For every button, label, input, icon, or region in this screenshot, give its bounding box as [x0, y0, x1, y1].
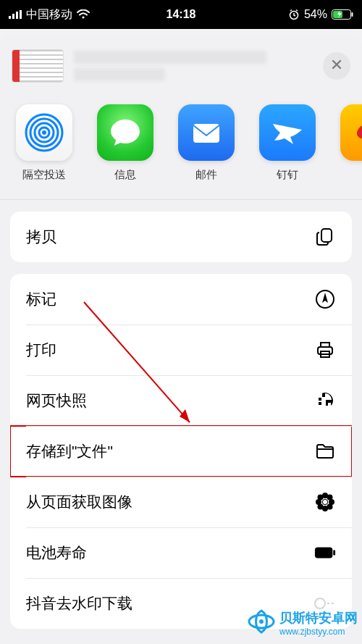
- share-app-extra[interactable]: [340, 104, 362, 182]
- share-app-dingtalk[interactable]: 钉钉: [259, 104, 316, 182]
- action-label: 抖音去水印下载: [26, 593, 132, 614]
- action-label: 网页快照: [26, 390, 87, 411]
- action-label: 从页面获取图像: [26, 492, 132, 512]
- battery-full-icon: [314, 542, 336, 564]
- action-copy[interactable]: 拷贝: [10, 212, 352, 262]
- status-bar: 中国移动 14:18 54%: [0, 0, 362, 29]
- svg-point-35: [259, 619, 264, 624]
- share-app-label: 信息: [114, 168, 136, 182]
- document-title-placeholder: [74, 49, 314, 83]
- battery-pct-label: 54%: [304, 8, 327, 21]
- action-markup[interactable]: 标记: [10, 274, 352, 325]
- markup-icon: [314, 288, 336, 310]
- share-app-label: 钉钉: [277, 168, 298, 182]
- action-card-main: 标记 打印 网页快照 存储到"文件": [10, 274, 352, 629]
- svg-rect-8: [352, 12, 353, 17]
- svg-rect-2: [16, 12, 18, 19]
- action-battery-life[interactable]: 电池寿命: [10, 527, 352, 578]
- mail-icon: [178, 104, 235, 161]
- close-button[interactable]: [323, 52, 350, 80]
- svg-point-26: [318, 504, 324, 510]
- action-get-image[interactable]: 从页面获取图像: [10, 477, 352, 527]
- document-thumbnail[interactable]: [12, 49, 64, 83]
- clock-label: 14:18: [167, 8, 196, 21]
- carrier-label: 中国移动: [26, 7, 72, 22]
- share-sheet-header: [0, 43, 362, 96]
- svg-point-27: [327, 504, 333, 510]
- websnap-icon: [314, 390, 336, 411]
- share-app-row[interactable]: 隔空投送 信息 邮件 钉钉: [0, 96, 362, 200]
- print-icon: [314, 339, 336, 361]
- share-app-label: 隔空投送: [22, 168, 66, 182]
- svg-rect-15: [321, 229, 332, 242]
- flower-icon: [314, 491, 336, 513]
- svg-point-25: [327, 495, 333, 501]
- action-print[interactable]: 打印: [10, 325, 352, 375]
- weibo-icon: [340, 104, 362, 161]
- svg-point-4: [82, 16, 84, 18]
- svg-point-24: [318, 495, 324, 501]
- alarm-icon: [288, 9, 300, 20]
- messages-icon: [97, 104, 153, 161]
- copy-icon: [314, 226, 336, 248]
- action-label: 打印: [26, 340, 56, 360]
- action-card-copy: 拷贝: [10, 212, 352, 262]
- share-app-mail[interactable]: 邮件: [178, 104, 235, 182]
- svg-point-28: [323, 500, 327, 504]
- watermark-url: www.zjbstyy.com: [279, 627, 358, 637]
- action-save-to-files[interactable]: 存储到"文件": [10, 426, 352, 477]
- action-websnap[interactable]: 网页快照: [10, 375, 352, 426]
- battery-icon: [332, 9, 353, 20]
- airdrop-icon: [16, 104, 72, 161]
- svg-rect-0: [9, 16, 11, 19]
- share-app-messages[interactable]: 信息: [97, 104, 153, 182]
- close-icon: [331, 59, 342, 73]
- svg-rect-1: [12, 14, 14, 19]
- svg-point-13: [42, 130, 46, 135]
- share-sheet: 隔空投送 信息 邮件 钉钉 拷贝: [0, 35, 362, 644]
- action-label: 标记: [26, 289, 56, 309]
- svg-rect-29: [315, 548, 332, 559]
- dingtalk-icon: [259, 104, 316, 161]
- svg-rect-3: [20, 10, 22, 19]
- folder-icon: [314, 440, 336, 462]
- share-app-airdrop[interactable]: 隔空投送: [16, 104, 72, 182]
- svg-rect-14: [193, 124, 219, 143]
- share-app-label: 邮件: [195, 168, 217, 182]
- watermark-name: 贝斯特安卓网: [279, 611, 358, 625]
- signal-icon: [9, 10, 22, 19]
- wifi-icon: [77, 9, 90, 20]
- watermark: 贝斯特安卓网 www.zjbstyy.com: [246, 606, 358, 640]
- action-label: 存储到"文件": [26, 441, 113, 461]
- watermark-logo-icon: [246, 606, 277, 640]
- action-label: 拷贝: [26, 227, 56, 247]
- action-label: 电池寿命: [26, 543, 87, 563]
- svg-rect-30: [333, 550, 335, 556]
